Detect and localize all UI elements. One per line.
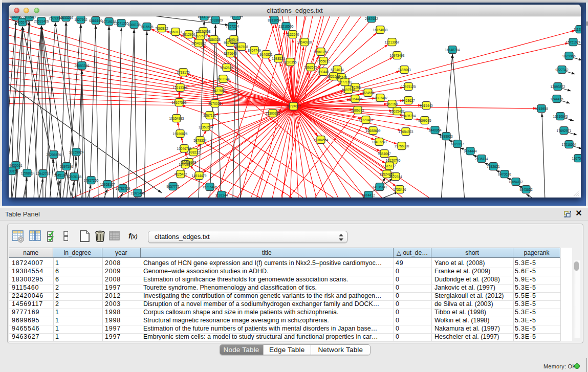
svg-text:1527602: 1527602 <box>74 18 88 21</box>
svg-text:1615132: 1615132 <box>383 164 396 168</box>
svg-text:2208540: 2208540 <box>23 16 36 19</box>
svg-text:9329966: 9329966 <box>562 54 576 58</box>
svg-text:17654923: 17654923 <box>399 130 413 134</box>
svg-text:8170036: 8170036 <box>208 102 222 105</box>
svg-text:3875645: 3875645 <box>224 52 237 55</box>
svg-text:10807487: 10807487 <box>373 96 388 100</box>
svg-text:9435061: 9435061 <box>9 164 23 167</box>
svg-text:1244415: 1244415 <box>550 97 563 101</box>
svg-text:18407249: 18407249 <box>372 140 387 144</box>
svg-text:990448: 990448 <box>318 70 329 74</box>
svg-text:10958107: 10958107 <box>100 183 115 186</box>
svg-text:15716485: 15716485 <box>203 185 217 189</box>
svg-text:7632621: 7632621 <box>487 165 500 168</box>
svg-text:10671355: 10671355 <box>114 21 129 25</box>
svg-text:14914479: 14914479 <box>192 174 207 178</box>
svg-text:1362615: 1362615 <box>304 65 317 69</box>
svg-text:7663822: 7663822 <box>155 27 168 30</box>
svg-text:10973493: 10973493 <box>390 54 405 57</box>
svg-text:8912954: 8912954 <box>182 33 195 36</box>
svg-text:14136141: 14136141 <box>373 185 387 189</box>
svg-text:11353594: 11353594 <box>199 125 213 129</box>
svg-text:962160: 962160 <box>386 102 398 106</box>
svg-text:7625402: 7625402 <box>174 172 187 176</box>
svg-text:3624554: 3624554 <box>361 91 375 95</box>
svg-text:9474412: 9474412 <box>362 193 375 197</box>
svg-text:12213967: 12213967 <box>385 40 400 44</box>
svg-text:16120746: 16120746 <box>386 159 401 162</box>
svg-text:1588520: 1588520 <box>272 57 285 60</box>
svg-text:1192344: 1192344 <box>215 193 228 197</box>
svg-text:8454749: 8454749 <box>248 49 261 52</box>
svg-text:1112935: 1112935 <box>574 28 581 31</box>
svg-text:10025433: 10025433 <box>390 110 405 113</box>
svg-text:24055715: 24055715 <box>15 20 30 24</box>
svg-text:8813044: 8813044 <box>230 16 243 18</box>
svg-text:1733426: 1733426 <box>393 188 406 191</box>
svg-text:6466160: 6466160 <box>89 19 102 23</box>
svg-text:18640910: 18640910 <box>297 40 312 44</box>
svg-text:1145194: 1145194 <box>54 173 67 177</box>
svg-text:19546: 19546 <box>229 38 238 41</box>
svg-text:9515440: 9515440 <box>420 104 433 107</box>
svg-text:16961758: 16961758 <box>314 50 329 54</box>
svg-text:9227342: 9227342 <box>555 68 569 72</box>
svg-text:23226058: 23226058 <box>196 30 211 33</box>
svg-text:1640994: 1640994 <box>179 163 192 166</box>
svg-text:1939159: 1939159 <box>9 169 18 173</box>
svg-text:9463627: 9463627 <box>402 99 415 102</box>
svg-text:10046766: 10046766 <box>177 147 192 150</box>
svg-text:5878334: 5878334 <box>193 139 207 142</box>
svg-text:10653267: 10653267 <box>59 16 74 19</box>
svg-text:8427552: 8427552 <box>212 89 226 93</box>
svg-text:1156829: 1156829 <box>21 171 34 175</box>
svg-text:2386372: 2386372 <box>351 108 364 112</box>
svg-text:19218506: 19218506 <box>279 25 294 28</box>
svg-text:9660123: 9660123 <box>169 30 182 34</box>
svg-text:16154838: 16154838 <box>373 28 388 32</box>
svg-text:10688609: 10688609 <box>366 129 381 133</box>
svg-text:17016504: 17016504 <box>562 143 577 146</box>
svg-text:9777169: 9777169 <box>338 80 352 84</box>
svg-text:12942757: 12942757 <box>36 172 51 176</box>
svg-text:15720407: 15720407 <box>359 118 374 122</box>
svg-text:17957255: 17957255 <box>84 179 99 182</box>
svg-text:3397586: 3397586 <box>60 165 73 168</box>
svg-text:9384067: 9384067 <box>378 152 391 156</box>
svg-text:1132540: 1132540 <box>287 33 299 36</box>
svg-text:16782759: 16782759 <box>116 187 130 190</box>
svg-text:7515526: 7515526 <box>140 25 154 29</box>
svg-text:8220356: 8220356 <box>284 60 297 64</box>
svg-text:1167533: 1167533 <box>572 157 581 160</box>
svg-text:7485063: 7485063 <box>398 68 411 72</box>
svg-text:8470626: 8470626 <box>498 172 511 176</box>
svg-text:9657771: 9657771 <box>166 185 180 188</box>
svg-text:6879197: 6879197 <box>451 142 464 146</box>
svg-text:8938923: 8938923 <box>440 135 453 138</box>
svg-text:25300275: 25300275 <box>266 112 280 115</box>
svg-text:12905135: 12905135 <box>67 175 82 179</box>
svg-text:3267130: 3267130 <box>203 114 216 117</box>
svg-text:7955812: 7955812 <box>317 59 330 63</box>
svg-text:9146821: 9146821 <box>259 53 273 56</box>
svg-text:21364436: 21364436 <box>348 97 363 101</box>
svg-text:1440954: 1440954 <box>428 128 442 132</box>
svg-text:12975125: 12975125 <box>401 85 416 89</box>
svg-text:6497598: 6497598 <box>342 88 355 92</box>
svg-text:3215958: 3215958 <box>535 107 548 111</box>
svg-text:26053346: 26053346 <box>75 64 90 68</box>
svg-text:8186328: 8186328 <box>207 38 221 41</box>
svg-text:19756928: 19756928 <box>395 144 409 148</box>
svg-text:2935114: 2935114 <box>475 157 488 161</box>
svg-text:11923446: 11923446 <box>130 191 145 195</box>
svg-text:10033809: 10033809 <box>208 18 223 22</box>
svg-text:16210643: 16210643 <box>553 115 568 118</box>
svg-text:1498222: 1498222 <box>187 150 200 154</box>
svg-text:10654983: 10654983 <box>169 117 184 120</box>
svg-text:9527505: 9527505 <box>224 41 237 45</box>
svg-text:1066135: 1066135 <box>127 23 141 27</box>
svg-text:9242845: 9242845 <box>220 66 233 70</box>
svg-text:19384554: 19384554 <box>314 138 329 142</box>
svg-text:7857224: 7857224 <box>226 25 239 28</box>
svg-text:9245652: 9245652 <box>519 188 533 191</box>
